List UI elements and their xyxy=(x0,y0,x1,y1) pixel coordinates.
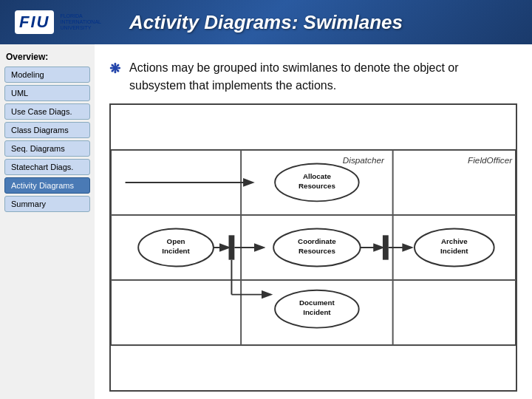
bullet-section: ❋ Actions may be grouped into swimlanes … xyxy=(109,59,517,95)
dispatcher-label: Dispatcher xyxy=(343,155,385,165)
svg-text:Open: Open xyxy=(167,237,185,245)
sidebar-item-statechart[interactable]: Statechart Diags. xyxy=(4,159,90,175)
sync-bar-1 xyxy=(229,235,235,259)
sidebar-item-seq-diagrams[interactable]: Seq. Diagrams xyxy=(4,140,90,157)
sidebar-item-modeling[interactable]: Modeling xyxy=(4,66,90,83)
header: FIU FLORIDA INTERNATIONAL UNIVERSITY Act… xyxy=(0,0,532,44)
sidebar-item-summary[interactable]: Summary xyxy=(4,196,90,212)
svg-text:Incident: Incident xyxy=(162,247,190,255)
logo: FIU FLORIDA INTERNATIONAL UNIVERSITY xyxy=(15,10,104,34)
bullet-icon: ❋ xyxy=(109,61,120,77)
sidebar-item-use-case[interactable]: Use Case Diags. xyxy=(4,103,90,120)
logo-box: FIU xyxy=(15,10,54,34)
field-officer-label: FieldOfficer xyxy=(468,155,513,165)
bullet-text: Actions may be grouped into swimlanes to… xyxy=(129,59,517,95)
svg-text:Resources: Resources xyxy=(299,247,336,255)
sidebar-item-activity-diagrams[interactable]: Activity Diagrams xyxy=(4,177,90,194)
logo-text: FIU xyxy=(19,13,50,32)
sidebar-item-class-diagrams[interactable]: Class Diagrams xyxy=(4,122,90,138)
logo-sub: FLORIDA INTERNATIONAL UNIVERSITY xyxy=(60,13,104,30)
svg-text:Incident: Incident xyxy=(440,247,468,255)
page-title: Activity Diagrams: Swimlanes xyxy=(129,11,403,34)
svg-text:Incident: Incident xyxy=(303,308,331,316)
swimlane-svg: Dispatcher FieldOfficer Allocate Resourc… xyxy=(111,105,516,390)
swimlane-diagram: Dispatcher FieldOfficer Allocate Resourc… xyxy=(109,103,517,392)
content-area: ❋ Actions may be grouped into swimlanes … xyxy=(95,44,532,399)
svg-text:Coordinate: Coordinate xyxy=(298,237,336,245)
main-layout: Overview: Modeling UML Use Case Diags. C… xyxy=(0,44,532,399)
sidebar-item-uml[interactable]: UML xyxy=(4,85,90,101)
sync-bar-2 xyxy=(383,235,389,259)
sidebar: Overview: Modeling UML Use Case Diags. C… xyxy=(0,44,95,399)
svg-text:Resources: Resources xyxy=(299,182,336,190)
svg-text:Archive: Archive xyxy=(441,237,468,245)
svg-text:Allocate: Allocate xyxy=(303,172,332,180)
sidebar-overview-label: Overview: xyxy=(4,52,90,62)
svg-text:Document: Document xyxy=(299,299,335,307)
